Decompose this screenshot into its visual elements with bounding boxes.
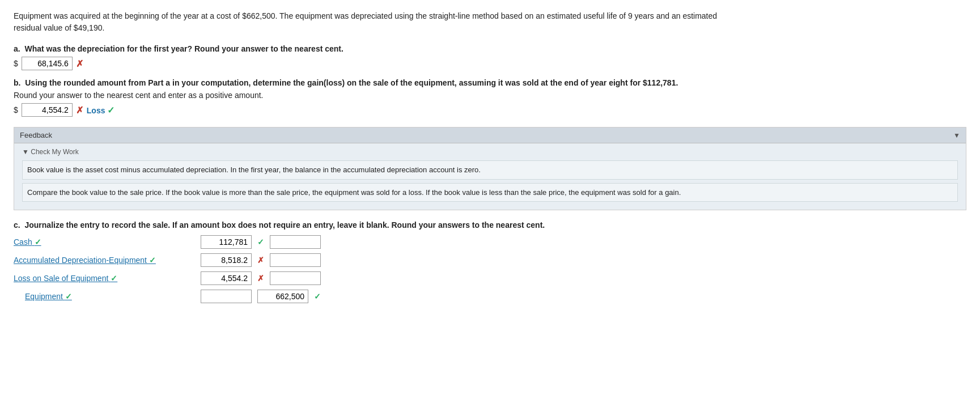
part-a-status-icon: ✗ (76, 58, 83, 69)
equipment-debit-input[interactable] (201, 290, 252, 303)
part-c-label: c. Journalize the entry to record the sa… (14, 220, 966, 230)
cash-debit-input[interactable] (201, 235, 252, 249)
feedback-para-2: Compare the book value to the sale price… (22, 183, 958, 202)
account-accum-dep: Accumulated Depreciation-Equipment ✓ (14, 256, 195, 265)
part-a-label: a. What was the depreciation for the fir… (14, 44, 966, 53)
part-a-input[interactable] (22, 57, 73, 70)
journal-row-cash: Cash ✓ ✓ (14, 235, 966, 249)
cash-debit-check: ✓ (257, 237, 264, 247)
part-a-dollar: $ (14, 59, 18, 68)
loss-debit-input[interactable] (201, 271, 252, 285)
feedback-collapse-arrow[interactable]: ▼ (953, 131, 960, 139)
part-a-section: a. What was the depreciation for the fir… (14, 44, 966, 70)
part-a-answer-row: $ ✗ (14, 57, 966, 70)
check-my-work-label: Check My Work (22, 148, 958, 156)
loss-debit-x: ✗ (257, 274, 264, 283)
part-b-status-icon: ✗ (76, 105, 83, 116)
part-b-type-label: Loss ✓ (87, 105, 115, 116)
cash-credit-input[interactable] (270, 235, 321, 249)
account-loss-check: ✓ (111, 274, 117, 283)
part-b-answer-row: $ ✗ Loss ✓ (14, 103, 966, 117)
part-c-section: c. Journalize the entry to record the sa… (14, 220, 966, 303)
account-equipment: Equipment ✓ (14, 292, 195, 301)
account-accum-dep-check: ✓ (149, 256, 156, 265)
accum-dep-credit-input[interactable] (270, 253, 321, 267)
equipment-credit-input[interactable] (257, 290, 308, 303)
accum-dep-debit-x: ✗ (257, 256, 264, 265)
account-cash-check: ✓ (35, 237, 41, 247)
part-b-section: b. Using the rounded amount from Part a … (14, 78, 966, 117)
journal-table: Cash ✓ ✓ Accumulated Depreciation-Equipm… (14, 235, 966, 303)
feedback-body: Check My Work Book value is the asset co… (14, 143, 966, 210)
part-b-label: b. Using the rounded amount from Part a … (14, 78, 966, 87)
equipment-credit-check: ✓ (314, 292, 321, 301)
part-b-question2: Round your answer to the nearest cent an… (14, 91, 966, 100)
loss-credit-input[interactable] (270, 271, 321, 285)
account-loss: Loss on Sale of Equipment ✓ (14, 274, 195, 283)
part-b-input[interactable] (22, 103, 73, 117)
part-b-dollar: $ (14, 105, 18, 114)
account-cash: Cash ✓ (14, 237, 195, 247)
journal-row-accum-dep: Accumulated Depreciation-Equipment ✓ ✗ (14, 253, 966, 267)
account-equipment-check: ✓ (65, 292, 72, 301)
intro-text-line2: residual value of $49,190. (14, 23, 104, 32)
intro-paragraph: Equipment was acquired at the beginning … (14, 10, 966, 34)
journal-row-equipment: Equipment ✓ ✓ (14, 290, 966, 303)
part-b-type-check: ✓ (107, 105, 114, 115)
accum-dep-debit-input[interactable] (201, 253, 252, 267)
feedback-title: Feedback (20, 131, 52, 139)
feedback-header: Feedback ▼ (14, 128, 966, 143)
feedback-box: Feedback ▼ Check My Work Book value is t… (14, 127, 966, 210)
journal-row-loss: Loss on Sale of Equipment ✓ ✗ (14, 271, 966, 285)
feedback-para-1: Book value is the asset cost minus accum… (22, 160, 958, 180)
intro-text-line1: Equipment was acquired at the beginning … (14, 11, 717, 20)
